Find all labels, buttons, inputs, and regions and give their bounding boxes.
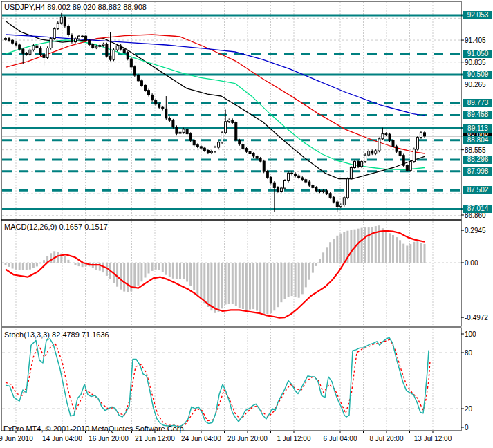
candle-body	[284, 181, 286, 189]
candle-body	[75, 39, 77, 42]
candle-body	[280, 188, 282, 192]
candle-body	[402, 156, 404, 166]
candle-body	[120, 46, 122, 49]
stoch-k-line	[6, 337, 429, 427]
candle-body	[176, 127, 178, 134]
candle-body	[95, 46, 97, 48]
macd-histogram-bar	[329, 242, 331, 263]
macd-histogram-bar	[392, 235, 394, 263]
macd-histogram-bar	[127, 263, 129, 292]
date-label: 8 Jul 20:00	[370, 435, 404, 442]
stoch-scale-label: 100	[465, 330, 476, 338]
macd-histogram-bar	[116, 263, 118, 287]
candle-body	[298, 176, 300, 178]
macd-histogram-bar	[256, 263, 258, 311]
macd-histogram-bar	[71, 263, 73, 263]
price-scale-label: 90.835	[465, 58, 486, 66]
candle-body	[43, 55, 45, 58]
macd-histogram-bar	[322, 252, 324, 263]
candle-body	[416, 138, 418, 149]
candle-body	[350, 168, 352, 179]
macd-histogram-bar	[308, 263, 310, 280]
candle-body	[322, 191, 324, 192]
macd-histogram-bar	[368, 227, 370, 263]
candle-body	[133, 67, 136, 75]
macd-histogram-bar	[413, 242, 415, 263]
candle-body	[305, 180, 307, 182]
price-level-badge: 89.113	[463, 124, 492, 133]
candle-body	[371, 151, 373, 153]
macd-histogram-bar	[239, 263, 241, 308]
macd-histogram-bar	[158, 263, 160, 270]
candle-body	[235, 122, 237, 140]
candle-body	[343, 198, 345, 205]
macd-histogram-bar	[179, 263, 181, 279]
macd-histogram-bar	[396, 237, 398, 263]
price-level-badge: 87.502	[463, 186, 492, 194]
macd-histogram-bar	[196, 263, 198, 295]
candle-body	[319, 191, 321, 192]
candle-body	[409, 162, 411, 171]
candle-body	[420, 133, 422, 138]
stoch-indicator-label: Stoch(13,3,3) 82.4789 71.1636	[4, 330, 109, 339]
macd-histogram-bar	[172, 263, 174, 279]
price-level-badge: 92.053	[463, 11, 492, 19]
candle-body	[89, 40, 91, 44]
price-scale-label: 88.555	[465, 146, 486, 153]
candle-body	[413, 149, 415, 162]
macd-histogram-bar	[242, 263, 244, 309]
macd-histogram-bar	[409, 244, 411, 263]
candle-body	[67, 26, 69, 35]
candle-body	[399, 151, 401, 156]
macd-histogram-bar	[312, 263, 314, 273]
macd-histogram-bar	[218, 263, 220, 312]
macd-histogram-bar	[176, 263, 178, 279]
candle-body	[210, 151, 212, 153]
macd-histogram-bar	[273, 263, 275, 310]
candle-body	[140, 81, 142, 86]
candle-body	[113, 50, 115, 59]
macd-histogram-bar	[315, 263, 317, 266]
macd-histogram-bar	[22, 263, 24, 270]
macd-histogram-bar	[210, 263, 212, 310]
macd-histogram-bar	[8, 263, 10, 267]
candle-body	[203, 148, 205, 150]
candle-body	[245, 149, 248, 152]
candle-body	[277, 188, 279, 192]
candle-body	[301, 178, 304, 180]
macd-histogram-bar	[326, 247, 328, 263]
macd-histogram-bar	[263, 263, 265, 314]
macd-histogram-bar	[155, 263, 157, 270]
macd-histogram-bar	[364, 227, 366, 263]
candle-body	[165, 109, 167, 118]
candle-body	[189, 134, 192, 141]
macd-histogram-bar	[123, 263, 125, 292]
candle-body	[242, 144, 244, 149]
candle-body	[172, 120, 174, 127]
macd-histogram-bar	[357, 229, 360, 263]
candle-body	[92, 45, 94, 48]
candle-body	[339, 205, 342, 207]
stoch-scale-label: 80	[465, 349, 472, 357]
candle-body	[26, 53, 28, 54]
macd-histogram-bar	[140, 263, 142, 281]
candle-body	[148, 91, 150, 95]
macd-histogram-bar	[270, 263, 272, 313]
date-label: 28 Jun 20:00	[227, 435, 268, 442]
candle-body	[64, 17, 66, 26]
macd-histogram-bar	[382, 228, 384, 263]
candle-body	[291, 173, 293, 174]
macd-histogram-bar	[228, 263, 230, 304]
candle-body	[39, 48, 41, 55]
macd-histogram-bar	[148, 263, 150, 274]
date-label: 24 Jun 04:00	[181, 435, 221, 442]
candle-body	[137, 75, 139, 81]
macd-histogram-bar	[26, 263, 28, 270]
candle-body	[155, 100, 157, 104]
candle-body	[151, 95, 154, 100]
macd-histogram-bar	[137, 263, 139, 286]
macd-histogram-bar	[15, 263, 17, 270]
macd-histogram-bar	[200, 263, 202, 299]
chart-title: USDJPY,H4 89.002 89.020 88.882 88.908	[4, 3, 147, 11]
macd-indicator-label: MACD(12,26,9) 0.1657 0.1517	[4, 223, 108, 231]
